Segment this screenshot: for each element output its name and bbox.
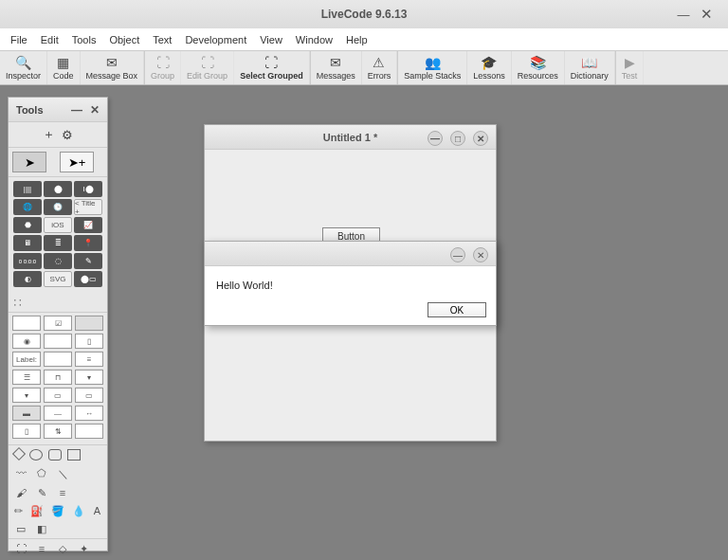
toggle-widget[interactable]: ⬤▭	[74, 271, 102, 287]
edit-pointer-tool[interactable]: ➤+	[60, 152, 94, 172]
button-tool[interactable]	[12, 316, 41, 331]
rect-tool[interactable]	[44, 352, 72, 367]
close-icon[interactable]: ✕	[700, 8, 713, 21]
star-icon[interactable]: ✦	[77, 543, 90, 555]
tb-edit-group[interactable]: ⛶Edit Group	[181, 51, 234, 84]
minimize-icon[interactable]: —	[71, 103, 82, 117]
field-tool[interactable]	[44, 334, 72, 349]
edit-widget[interactable]: ✎	[74, 253, 102, 269]
plus-icon[interactable]: ＋	[42, 128, 55, 141]
list-tool[interactable]: ≡	[75, 352, 103, 367]
default-button-tool[interactable]	[75, 316, 103, 331]
menu-development[interactable]: Development	[178, 31, 253, 48]
popup-tool[interactable]: ▭	[44, 388, 72, 403]
run-pointer-tool[interactable]: ➤	[12, 152, 46, 172]
close-icon[interactable]: ✕	[90, 103, 100, 117]
dropper-icon[interactable]: 💧	[72, 505, 85, 517]
image-tool[interactable]: ▯	[12, 424, 41, 439]
globe-widget[interactable]: 🌐	[13, 199, 42, 215]
ok-button[interactable]: OK	[428, 302, 486, 317]
combo-tool[interactable]: ▾	[75, 370, 103, 385]
eraser-icon[interactable]: ◧	[35, 523, 48, 535]
spray-icon[interactable]: ⛽	[30, 505, 44, 517]
barcode-widget[interactable]: ||||	[13, 181, 42, 197]
scrollbar-tool[interactable]: ↔	[75, 406, 103, 421]
ios-widget[interactable]: I⬤	[74, 181, 102, 197]
radio-tool[interactable]: ◉	[12, 334, 41, 349]
tb-test[interactable]: ▶Test	[616, 51, 645, 84]
pin-widget[interactable]: 📍	[74, 235, 102, 251]
oval-shape-icon[interactable]	[29, 449, 43, 461]
tb-resources[interactable]: 📚Resources	[512, 51, 565, 84]
list-widget[interactable]: ≣	[44, 235, 72, 251]
roundrect-shape-icon[interactable]	[48, 449, 62, 461]
diamond-shape-icon[interactable]	[12, 447, 26, 461]
html5-widget[interactable]: ⬣	[13, 217, 42, 233]
tb-dictionary[interactable]: 📖Dictionary	[565, 51, 615, 84]
player-tool[interactable]	[75, 424, 103, 439]
rect-shape-icon[interactable]	[67, 449, 81, 461]
menu-help[interactable]: Help	[339, 31, 374, 48]
select-icon[interactable]: ▭	[14, 523, 27, 535]
android-widget[interactable]: ⬤	[44, 181, 72, 197]
svg-widget[interactable]: SVG	[44, 271, 72, 287]
menu-text[interactable]: Text	[146, 31, 178, 48]
tb-group[interactable]: ⛶Group	[145, 51, 181, 84]
tools-titlebar[interactable]: Tools — ✕	[9, 98, 107, 122]
gear-icon[interactable]: ⚙	[61, 128, 74, 141]
polygon-icon[interactable]: ⬠	[35, 467, 48, 481]
menu-file[interactable]: File	[4, 31, 34, 48]
tb-inspector[interactable]: 🔍Inspector	[0, 51, 47, 84]
tb-lessons[interactable]: 🎓Lessons	[467, 51, 512, 84]
clock-widget[interactable]: 🕒	[44, 199, 72, 215]
menu-tools[interactable]: Tools	[65, 31, 103, 48]
pen-icon[interactable]: ✏	[14, 505, 23, 517]
tb-sample-stacks[interactable]: 👥Sample Stacks	[398, 51, 467, 84]
scroll-field-tool[interactable]: ▯	[75, 334, 103, 349]
text-icon[interactable]: A	[93, 505, 101, 517]
monitor-widget[interactable]: 🖥	[13, 235, 42, 251]
chart-widget[interactable]: 📈	[74, 217, 102, 233]
minimize-icon[interactable]: —	[450, 247, 465, 262]
pulldown-tool[interactable]: ▭	[75, 388, 103, 403]
label-tool[interactable]: Label:	[12, 352, 41, 367]
lines-icon[interactable]: ≡	[56, 487, 69, 499]
menu-tool[interactable]: ☰	[12, 370, 41, 385]
freehand-icon[interactable]: 〰	[14, 467, 27, 481]
menu-view[interactable]: View	[253, 31, 289, 48]
menu-object[interactable]: Object	[102, 31, 146, 48]
option-tool[interactable]: ▾	[12, 388, 41, 403]
line-icon[interactable]: ＼	[56, 467, 69, 481]
close-icon[interactable]: ✕	[473, 247, 488, 262]
title-widget[interactable]: < Title +	[74, 199, 102, 215]
minimize-icon[interactable]: —	[428, 131, 443, 146]
menu-window[interactable]: Window	[289, 31, 339, 48]
fill-icon[interactable]: ≡	[35, 543, 48, 555]
counter-widget[interactable]: 0 0:0:0	[13, 253, 42, 269]
tb-errors[interactable]: ⚠Errors	[362, 51, 398, 84]
bucket-icon[interactable]: 🪣	[51, 505, 64, 517]
tree-widget[interactable]: ⸬	[9, 291, 107, 312]
spinner-widget[interactable]: ◌	[44, 253, 72, 269]
ios-label-widget[interactable]: iOS	[44, 217, 72, 233]
progress-tool[interactable]: ▬	[12, 406, 41, 421]
checkbox-tool[interactable]: ☑	[44, 316, 72, 331]
tab-tool[interactable]: ⊓	[44, 370, 72, 385]
loader-widget[interactable]: ◐	[13, 271, 42, 287]
stack-titlebar[interactable]: Untitled 1 * — □ ✕	[205, 125, 496, 150]
tb-select-grouped[interactable]: ⛶Select Grouped	[234, 51, 310, 84]
tb-message-box[interactable]: ✉Message Box	[81, 51, 145, 84]
maximize-icon[interactable]: □	[450, 131, 465, 146]
tb-messages[interactable]: ✉Messages	[311, 51, 362, 84]
stepper-tool[interactable]: ⇅	[44, 424, 72, 439]
tb-code[interactable]: ▦Code	[47, 51, 81, 84]
crop-icon[interactable]: ⛶	[14, 543, 27, 555]
close-icon[interactable]: ✕	[473, 131, 488, 146]
pencil-icon[interactable]: ✎	[35, 487, 48, 499]
brush-icon[interactable]: 🖌	[14, 487, 27, 499]
minimize-icon[interactable]: —	[677, 8, 690, 21]
slider-tool[interactable]: —	[44, 406, 72, 421]
menu-edit[interactable]: Edit	[34, 31, 65, 48]
dialog-titlebar[interactable]: — ✕	[205, 242, 496, 266]
diamond-tool-icon[interactable]: ◇	[56, 543, 69, 555]
